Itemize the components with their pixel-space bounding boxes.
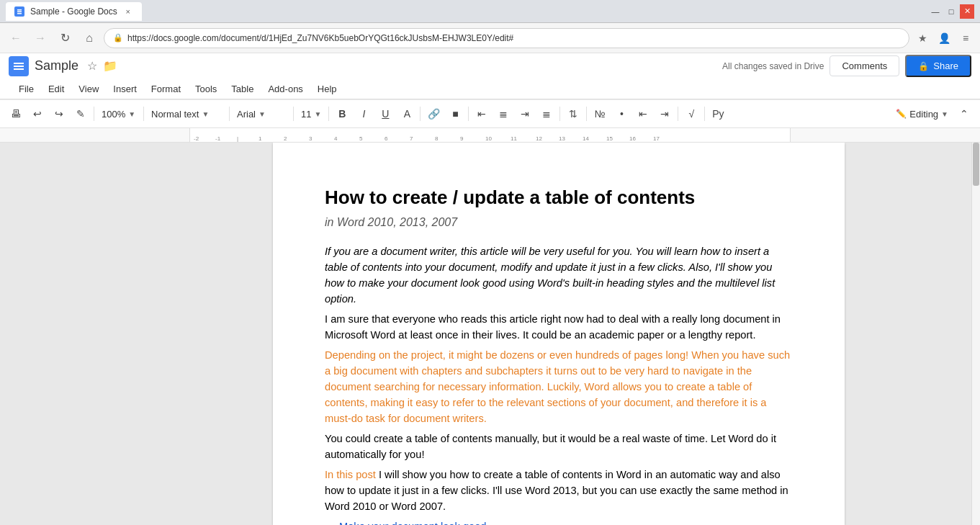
menu-edit[interactable]: Edit: [41, 81, 71, 97]
menu-view[interactable]: View: [71, 81, 106, 97]
align-right-button[interactable]: ⇥: [515, 104, 535, 124]
font-size-dropdown[interactable]: 11 ▼: [297, 104, 325, 124]
undo-button[interactable]: ↩: [27, 104, 48, 124]
refresh-button[interactable]: ↻: [55, 28, 75, 48]
separator-7: [468, 107, 469, 121]
share-button[interactable]: 🔒 Share: [905, 55, 971, 77]
align-left-button[interactable]: ⇤: [472, 104, 492, 124]
collapse-toolbar-button[interactable]: ⌃: [954, 104, 974, 124]
maximize-button[interactable]: □: [944, 4, 958, 19]
align-center-button[interactable]: ≣: [493, 104, 513, 124]
menu-help[interactable]: Help: [310, 81, 344, 97]
ruler-marker-13: 13: [559, 135, 565, 142]
paragraph-2: Depending on the project, it might be do…: [325, 347, 793, 426]
menu-tools[interactable]: Tools: [188, 81, 224, 97]
style-value: Normal text: [151, 109, 199, 120]
menu-table[interactable]: Table: [224, 81, 261, 97]
svg-rect-2: [17, 11, 22, 12]
bullet-item-1: Make your document look good Heading Sty…: [339, 519, 793, 525]
separator-5: [328, 107, 329, 121]
menu-addons[interactable]: Add-ons: [261, 81, 310, 97]
print-button[interactable]: 🖶: [6, 104, 26, 124]
separator-4: [293, 107, 294, 121]
window-chrome: Sample - Google Docs × — □ ✕: [0, 0, 980, 23]
size-value: 11: [301, 109, 311, 120]
svg-rect-1: [17, 9, 22, 11]
ruler-marker-2: 2: [284, 135, 287, 142]
align-justify-button[interactable]: ≣: [536, 104, 557, 124]
para3-text: You could create a table of contents man…: [325, 433, 776, 460]
scrollbar[interactable]: [971, 143, 980, 525]
minimize-button[interactable]: —: [928, 4, 943, 19]
unordered-list-button[interactable]: •: [611, 104, 631, 124]
ruler-marker-1: 1: [259, 135, 261, 142]
text-color-button[interactable]: A: [397, 104, 417, 124]
zoom-chevron-icon: ▼: [128, 110, 135, 118]
comment-inline-button[interactable]: ■: [445, 104, 465, 124]
browser-tab[interactable]: Sample - Google Docs ×: [6, 2, 142, 21]
close-button[interactable]: ✕: [960, 4, 974, 19]
folder-button[interactable]: 📁: [103, 59, 117, 73]
ruler-marker-0: |: [237, 135, 238, 142]
editing-chevron-icon: ▼: [941, 110, 948, 118]
home-button[interactable]: ⌂: [79, 28, 99, 48]
ruler-marker-6: 6: [385, 135, 387, 142]
saved-status: All changes saved in Drive: [722, 61, 824, 71]
menu-file[interactable]: File: [12, 81, 41, 97]
separator-1: [94, 107, 94, 121]
menu-button[interactable]: ≡: [957, 30, 974, 47]
pencil-icon: ✏️: [896, 109, 907, 119]
comments-button[interactable]: Comments: [830, 55, 899, 76]
formula-button[interactable]: √: [681, 104, 701, 124]
separator-9: [586, 107, 587, 121]
scrollbar-thumb[interactable]: [973, 143, 979, 186]
size-chevron-icon: ▼: [314, 110, 321, 118]
redo-button[interactable]: ↪: [49, 104, 69, 124]
back-button[interactable]: ←: [6, 28, 26, 48]
zoom-dropdown[interactable]: 100% ▼: [97, 104, 140, 124]
separator-6: [420, 107, 421, 121]
editing-label: Editing: [909, 109, 938, 120]
bookmark-button[interactable]: ★: [914, 30, 931, 47]
ruler-marker-15: 15: [606, 135, 613, 142]
ordered-list-button[interactable]: №: [590, 104, 610, 124]
forward-button[interactable]: →: [30, 28, 50, 48]
profile-button[interactable]: 👤: [935, 30, 953, 47]
style-chevron-icon: ▼: [202, 110, 209, 118]
increase-indent-button[interactable]: ⇥: [655, 104, 675, 124]
bullet-list: Make your document look good Heading Sty…: [339, 519, 793, 525]
bold-button[interactable]: B: [332, 104, 352, 124]
line-spacing-button[interactable]: ⇅: [563, 104, 583, 124]
ruler-marker-14: 14: [583, 135, 589, 142]
toolbar: 🖶 ↩ ↪ ✎ 100% ▼ Normal text ▼ Arial ▼ 11 …: [0, 99, 980, 128]
right-margin: [928, 143, 971, 525]
left-margin: [0, 143, 189, 525]
ruler: -2 -1 | 1 2 3 4 5 6 7 8 9 10 11 12 13 14…: [0, 128, 980, 143]
ruler-marker-4: 4: [334, 135, 337, 142]
address-input[interactable]: 🔒 https://docs.google.com/document/d/1Hj…: [104, 28, 909, 48]
editing-dropdown[interactable]: ✏️ Editing ▼: [891, 104, 953, 124]
tab-close-button[interactable]: ×: [123, 6, 133, 17]
share-label: Share: [933, 60, 958, 71]
ruler-marker-neg1: -1: [215, 135, 220, 142]
intro-paragraph: If you are a document writer, this artic…: [325, 243, 793, 307]
bullet-link-1[interactable]: Make your document look good: [339, 521, 487, 525]
menu-insert[interactable]: Insert: [106, 81, 144, 97]
link-button[interactable]: 🔗: [423, 104, 444, 124]
underline-button[interactable]: U: [375, 104, 395, 124]
para1-text: I am sure that everyone who reads this a…: [325, 313, 781, 341]
share-lock-icon: 🔒: [918, 61, 929, 71]
style-dropdown[interactable]: Normal text ▼: [147, 104, 226, 124]
paint-format-button[interactable]: ✎: [71, 104, 91, 124]
italic-button[interactable]: I: [354, 104, 374, 124]
decrease-indent-button[interactable]: ⇤: [633, 104, 653, 124]
font-dropdown[interactable]: Arial ▼: [233, 104, 290, 124]
star-button[interactable]: ☆: [87, 59, 97, 73]
docs-header: Sample ☆ 📁 All changes saved in Drive Co…: [0, 53, 980, 99]
addon-button[interactable]: Py: [708, 104, 728, 124]
ruler-marker-11: 11: [511, 135, 517, 142]
paragraph-3: You could create a table of contents man…: [325, 431, 793, 462]
separator-2: [143, 107, 144, 121]
ruler-marker-8: 8: [435, 135, 438, 142]
menu-format[interactable]: Format: [144, 81, 188, 97]
